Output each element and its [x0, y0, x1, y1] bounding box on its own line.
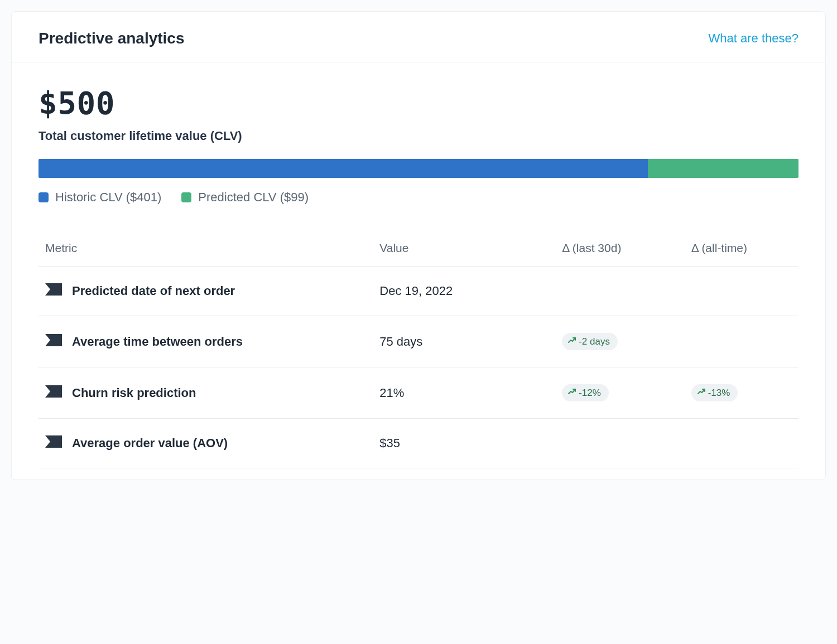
metric-dall	[685, 316, 798, 367]
card-body: $500 Total customer lifetime value (CLV)…	[12, 62, 825, 480]
col-header-value: Value	[373, 234, 555, 267]
col-header-dall: Δ (all-time)	[685, 234, 798, 267]
metric-label: Predicted date of next order	[72, 284, 235, 298]
metric-value: $35	[373, 419, 555, 468]
table-row: Average order value (AOV)$35	[39, 419, 798, 468]
delta-pill: -13%	[691, 384, 738, 401]
clv-bar-predicted	[648, 159, 798, 178]
delta-value: -13%	[708, 388, 730, 399]
card-title: Predictive analytics	[39, 30, 184, 47]
svg-marker-0	[45, 283, 62, 296]
swatch-predicted	[181, 192, 191, 202]
tag-icon	[45, 334, 62, 350]
trend-up-icon	[567, 336, 576, 347]
metric-dall	[685, 419, 798, 468]
table-row: Churn risk prediction21%-12%-13%	[39, 367, 798, 419]
delta-pill: -12%	[562, 384, 609, 401]
card-header: Predictive analytics What are these?	[12, 12, 825, 62]
legend-predicted-label: Predicted CLV ($99)	[198, 190, 309, 205]
metric-d30: -12%	[555, 367, 685, 419]
metric-d30: -2 days	[555, 316, 685, 367]
metric-d30	[555, 419, 685, 468]
metrics-tbody: Predicted date of next orderDec 19, 2022…	[39, 267, 798, 468]
metric-value: 21%	[373, 367, 555, 419]
col-header-d30: Δ (last 30d)	[555, 234, 685, 267]
clv-total-value: $500	[39, 85, 798, 121]
col-header-metric: Metric	[39, 234, 373, 267]
delta-value: -2 days	[579, 336, 610, 347]
tag-icon	[45, 435, 62, 451]
metric-d30	[555, 267, 685, 316]
swatch-historic	[39, 192, 49, 202]
predictive-analytics-card: Predictive analytics What are these? $50…	[11, 11, 826, 480]
delta-value: -12%	[579, 388, 601, 399]
trend-up-icon	[697, 387, 706, 399]
metrics-table: Metric Value Δ (last 30d) Δ (all-time) P…	[39, 234, 798, 468]
metric-label: Average time between orders	[72, 335, 243, 349]
table-row: Predicted date of next orderDec 19, 2022	[39, 267, 798, 316]
table-row: Average time between orders75 days-2 day…	[39, 316, 798, 367]
legend-historic: Historic CLV ($401)	[39, 190, 161, 205]
svg-marker-3	[45, 435, 62, 448]
metric-label: Average order value (AOV)	[72, 436, 228, 451]
clv-stacked-bar	[39, 159, 798, 178]
metric-label: Churn risk prediction	[72, 386, 196, 400]
metric-dall: -13%	[685, 367, 798, 419]
legend-predicted: Predicted CLV ($99)	[181, 190, 309, 205]
svg-marker-2	[45, 385, 62, 398]
clv-bar-historic	[39, 159, 648, 178]
clv-total-label: Total customer lifetime value (CLV)	[39, 129, 798, 143]
metric-dall	[685, 267, 798, 316]
metric-value: Dec 19, 2022	[373, 267, 555, 316]
trend-up-icon	[567, 387, 576, 399]
delta-pill: -2 days	[562, 333, 618, 350]
svg-marker-1	[45, 334, 62, 346]
legend-historic-label: Historic CLV ($401)	[55, 190, 161, 205]
tag-icon	[45, 283, 62, 299]
tag-icon	[45, 385, 62, 401]
clv-legend: Historic CLV ($401) Predicted CLV ($99)	[39, 190, 798, 205]
metric-value: 75 days	[373, 316, 555, 367]
help-link[interactable]: What are these?	[709, 31, 798, 46]
